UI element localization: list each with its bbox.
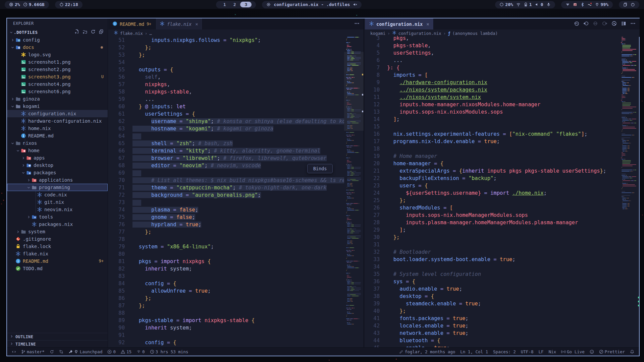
statusbar-encoding[interactable]: UTF-8: [521, 349, 534, 354]
workspace-1[interactable]: 1: [220, 2, 229, 7]
statusbar-git-blame[interactable]: foglar, 2 months ago: [399, 349, 455, 354]
tree-item-readme-md[interactable]: README.md9+: [7, 257, 108, 265]
statusbar-eol[interactable]: LF: [538, 349, 543, 354]
tree-item--gitignore[interactable]: .gitignore: [7, 235, 108, 243]
tree-item-home[interactable]: home: [7, 147, 108, 154]
code-editor-configuration[interactable]: 3 pkgs,4 pkgs-stable,5 userSettings,6 ..…: [365, 35, 626, 347]
chevron-right-icon[interactable]: [20, 156, 26, 160]
tree-item-screenshot6-png[interactable]: screenshot6.png: [7, 88, 108, 95]
statusbar-indentation[interactable]: Spaces: 2: [493, 349, 516, 354]
statusbar-prettier[interactable]: Prettier: [599, 349, 625, 354]
chevron-down-icon[interactable]: [10, 105, 15, 108]
tree-item-home-nix[interactable]: home.nix: [7, 125, 108, 132]
close-icon[interactable]: ×: [195, 21, 198, 27]
statusbar-launchpad[interactable]: Launchpad: [68, 349, 103, 354]
tree-item-packages[interactable]: packages: [7, 169, 108, 176]
tree-item-code-nix[interactable]: code.nix: [7, 191, 108, 198]
chevron-right-icon[interactable]: [26, 178, 31, 182]
tab-configuration-nix[interactable]: configuration.nix ×: [365, 18, 434, 29]
run-icon[interactable]: [611, 21, 617, 27]
chevron-down-icon[interactable]: [20, 171, 26, 175]
chevron-right-icon[interactable]: [15, 230, 20, 234]
tree-item-system[interactable]: system: [7, 228, 108, 235]
code-editor-flake[interactable]: 51 inputs.nixpkgs.follows = "nixpkgs";52…: [108, 37, 345, 347]
chevron-down-icon[interactable]: [26, 186, 31, 189]
tree-item-git-nix[interactable]: git.nix: [7, 198, 108, 206]
statusbar-problems-errors[interactable]: 0: [107, 349, 116, 354]
statusbar-gitlens-compare[interactable]: [59, 350, 63, 354]
chevron-down-icon[interactable]: [15, 149, 20, 153]
tab-readme[interactable]: README.md 9+: [108, 18, 156, 29]
statusbar-git-branch[interactable]: master*: [21, 349, 45, 354]
minimap[interactable]: [620, 34, 638, 347]
split-editor-icon[interactable]: [621, 21, 626, 27]
tree-item-screenshot2-png[interactable]: screenshot2.png: [7, 66, 108, 73]
tree-item-readme-md[interactable]: README.md: [7, 132, 108, 139]
tree-item-tools[interactable]: tools: [7, 213, 108, 221]
statusbar-go-live[interactable]: Go Live: [561, 349, 585, 354]
tree-item-packages-nix[interactable]: packages.nix: [7, 221, 108, 228]
statusbar-cursor-position[interactable]: Ln 1, Col 1: [460, 349, 488, 354]
tree-item-neovim-nix[interactable]: neovim.nix: [7, 206, 108, 213]
more-actions-icon[interactable]: [354, 21, 360, 27]
timeline-panel-header[interactable]: TIMELINE: [7, 340, 108, 348]
next-change-icon[interactable]: [602, 21, 607, 27]
session-pill[interactable]: [619, 1, 639, 8]
workspace-2[interactable]: 2: [230, 2, 239, 7]
tree-item-applications[interactable]: applications: [7, 176, 108, 184]
new-folder-icon[interactable]: [83, 29, 88, 35]
tree-item-logo-svg[interactable]: logo.svg: [7, 51, 108, 58]
chevron-right-icon[interactable]: [20, 164, 26, 167]
statusbar-remote-indicator[interactable]: [12, 350, 16, 354]
tree-item-screenshot1-png[interactable]: screenshot1.png: [7, 58, 108, 66]
statusbar-wakatime[interactable]: 3 hrs 53 mins: [150, 349, 189, 354]
tree-item-screenshot4-png[interactable]: screenshot4.png: [7, 80, 108, 88]
chevron-down-icon[interactable]: [10, 141, 15, 145]
tree-item-nixos[interactable]: nixos: [7, 139, 108, 147]
more-actions-icon[interactable]: [630, 21, 636, 27]
statusbar-problems-warnings[interactable]: 15: [121, 349, 131, 354]
statusbar-feedback[interactable]: [590, 350, 594, 354]
outline-panel-header[interactable]: OUTLINE: [7, 333, 108, 340]
previous-change-icon[interactable]: [583, 21, 589, 27]
tab-flake-nix[interactable]: flake.nix ×: [156, 18, 203, 29]
chevron-right-icon[interactable]: [26, 215, 31, 219]
tree-item-docs[interactable]: docs: [7, 44, 108, 51]
file-history-icon[interactable]: [574, 21, 579, 27]
minimap[interactable]: [344, 34, 364, 347]
refresh-explorer-icon[interactable]: [91, 29, 96, 35]
tray-pill[interactable]: 99%: [561, 1, 613, 8]
new-file-icon[interactable]: [74, 29, 79, 35]
chevron-right-icon[interactable]: [10, 38, 15, 42]
clock-pill[interactable]: 22:18: [55, 1, 83, 8]
statusbar-ports[interactable]: 0: [137, 349, 145, 354]
tree-item-configuration-nix[interactable]: configuration.nix: [7, 110, 108, 117]
chevron-down-icon[interactable]: [10, 46, 15, 49]
statusbar-git-sync[interactable]: [50, 350, 54, 354]
tree-item-hardware-configuration-nix[interactable]: hardware-configuration.nix: [7, 117, 108, 125]
status-pill[interactable]: 20%10: [495, 1, 555, 8]
collapse-folders-icon[interactable]: [99, 29, 104, 35]
tree-item-screenshot3-png[interactable]: screenshot3.pngU: [7, 73, 108, 80]
statusbar-notifications-bell[interactable]: [630, 350, 634, 354]
chevron-right-icon[interactable]: [10, 97, 15, 101]
close-icon[interactable]: ×: [426, 21, 429, 27]
line-number: 90: [108, 324, 125, 331]
breadcrumb-symbol[interactable]: …: [149, 31, 152, 36]
tree-item-desktop[interactable]: desktop: [7, 162, 108, 169]
workspace-3[interactable]: 3: [240, 2, 252, 7]
tree-item-programming[interactable]: programming: [7, 184, 108, 191]
tree-item-flake-nix[interactable]: flake.nix: [7, 250, 108, 257]
indent-guide: [36, 191, 36, 213]
tree-item-config[interactable]: config: [7, 36, 108, 44]
statusbar-language-mode[interactable]: Nix: [549, 349, 556, 354]
tree-item-flake-lock[interactable]: flake.lock: [7, 243, 108, 250]
tree-item-kogami[interactable]: kogami: [7, 103, 108, 110]
system-stats-pill[interactable]: 2%9.66GB: [5, 1, 49, 8]
change-icon[interactable]: [593, 21, 598, 27]
tree-item-apps[interactable]: apps: [7, 154, 108, 162]
tree-item-todo-md[interactable]: TODO.md: [7, 265, 108, 272]
section-dotfiles[interactable]: .DOTFILES: [7, 28, 108, 36]
breadcrumb-file[interactable]: flake.nix: [120, 31, 143, 36]
tree-item-ginoza[interactable]: ginoza: [7, 95, 108, 103]
